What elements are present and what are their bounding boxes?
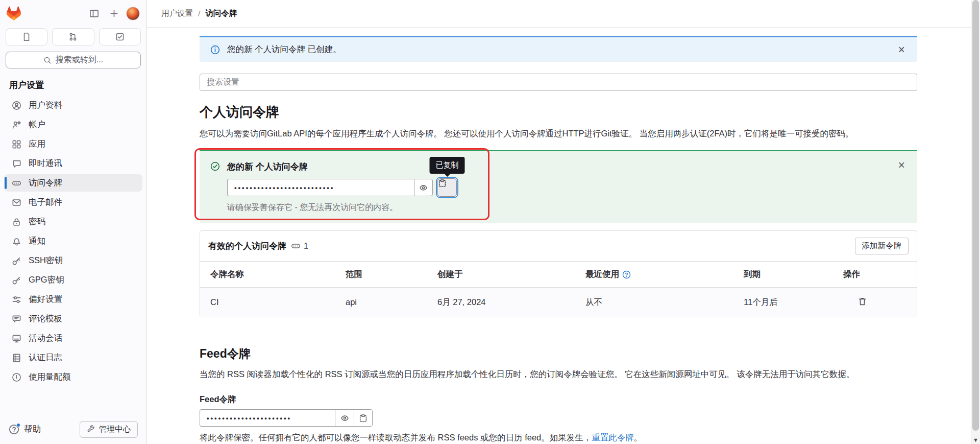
- mail-icon: [12, 198, 21, 207]
- content: 您的新 个人访问令牌 已创建。 × 个人访问令牌 您可以为需要访问GitLab …: [200, 36, 917, 443]
- add-new-token-button[interactable]: 添加新令牌: [855, 238, 909, 254]
- breadcrumb: 用户设置 / 访问令牌: [147, 0, 971, 28]
- new-token-body: 您的新 个人访问令牌 已复制 请确保妥善保存它 - 您无法再次访问它的内容: [227, 160, 457, 213]
- merge-requests-shortcut-button[interactable]: [52, 28, 94, 45]
- sidebar-item-gpg-keys[interactable]: GPG密钥: [4, 271, 142, 289]
- success-alert-close-button[interactable]: ×: [898, 160, 905, 170]
- scrollbar-thumb[interactable]: [972, 0, 979, 431]
- toggle-sidebar-button[interactable]: [86, 6, 102, 21]
- token-scopes-cell: api: [346, 297, 437, 307]
- page-title: 个人访问令牌: [200, 103, 917, 121]
- token-icon: [12, 178, 21, 188]
- sidebar-item-label: 即时通讯: [29, 158, 62, 169]
- sidebar-item-label: 帐户: [29, 119, 45, 130]
- check-square-icon: [115, 32, 125, 41]
- sidebar-item-access-tokens[interactable]: 访问令牌: [4, 174, 142, 192]
- breadcrumb-user-settings[interactable]: 用户设置: [161, 8, 193, 19]
- sidebar-item-applications[interactable]: 应用: [4, 135, 142, 153]
- page-scrollbar[interactable]: ▼: [971, 0, 980, 444]
- sidebar-item-label: 应用: [29, 138, 45, 150]
- feed-token-hint: 将此令牌保密。任何拥有它的人都可以像您一样读取动态并发布 RSS feeds 或…: [200, 432, 917, 443]
- new-token-label: 您的新 个人访问令牌: [227, 160, 457, 173]
- user-avatar[interactable]: [126, 7, 140, 20]
- search-or-go-to[interactable]: 搜索或转到...: [6, 52, 141, 68]
- breadcrumb-access-tokens: 访问令牌: [205, 8, 237, 19]
- sidebar-item-chat[interactable]: 即时通讯: [4, 155, 142, 172]
- settings-search-input[interactable]: [200, 74, 917, 91]
- sidebar: 搜索或转到... 用户设置 用户资料 帐户 应用 即时通讯 访问令牌: [0, 0, 147, 444]
- gitlab-logo: [7, 6, 21, 20]
- chat-icon: [12, 159, 21, 169]
- key-icon: [12, 256, 21, 266]
- feed-token-value-input[interactable]: [200, 409, 335, 427]
- merge-request-icon: [68, 32, 78, 41]
- col-action: 操作: [843, 262, 906, 287]
- todo-shortcut-button[interactable]: [99, 28, 141, 45]
- new-token-value-input[interactable]: [227, 179, 414, 196]
- help-label: 帮助: [24, 424, 41, 435]
- sidebar-item-label: 偏好设置: [29, 294, 62, 305]
- help-button[interactable]: 帮助: [9, 424, 41, 435]
- scrollbar-down-arrow[interactable]: ▼: [971, 437, 980, 443]
- copied-tooltip: 已复制: [430, 157, 465, 174]
- plus-icon: [109, 9, 119, 18]
- feed-token-label: Feed令牌: [200, 394, 917, 405]
- active-tokens-count: 1: [291, 241, 308, 251]
- token-name-cell: CI: [210, 297, 346, 307]
- sidebar-shortcuts: [0, 27, 146, 45]
- sidebar-item-password[interactable]: 密码: [4, 213, 142, 230]
- info-alert-message: 您的新 个人访问令牌 已创建。: [227, 44, 341, 55]
- sidebar-item-label: 通知: [29, 236, 45, 247]
- sidebar-item-emails[interactable]: 电子邮件: [4, 194, 142, 211]
- sidebar-item-active-sessions[interactable]: 活动会话: [4, 330, 142, 347]
- sidebar-item-account[interactable]: 帐户: [4, 116, 142, 133]
- monitor-icon: [12, 334, 21, 343]
- sidebar-item-usage-quotas[interactable]: 使用量配额: [4, 368, 142, 386]
- revoke-token-trash-icon[interactable]: [857, 296, 867, 306]
- reveal-token-button[interactable]: [414, 179, 433, 196]
- eye-icon: [340, 414, 349, 423]
- admin-area-button[interactable]: 管理中心: [80, 421, 138, 438]
- col-expires: 到期: [744, 262, 843, 287]
- issues-shortcut-button[interactable]: [6, 28, 47, 45]
- wrench-icon: [87, 425, 95, 433]
- help-icon-wrap: [9, 424, 19, 435]
- sidebar-item-ssh-keys[interactable]: SSH密钥: [4, 252, 142, 269]
- help-question-icon[interactable]: [622, 270, 631, 279]
- active-tokens-title: 有效的个人访问令牌: [208, 240, 286, 252]
- sidebar-item-notifications[interactable]: 通知: [4, 232, 142, 250]
- main-area: 用户设置 / 访问令牌 您的新 个人访问令牌 已创建。 × 个人访问令牌 您可以…: [147, 0, 971, 444]
- applications-grid-icon: [12, 139, 21, 149]
- panel-toggle-icon: [89, 9, 99, 18]
- feed-token-title: Feed令牌: [200, 346, 917, 362]
- sidebar-item-authentication-log[interactable]: 认证日志: [4, 349, 142, 366]
- col-last-used: 最近使用: [585, 262, 744, 287]
- notification-dot: [16, 423, 20, 427]
- copy-token-button[interactable]: 已复制: [437, 178, 457, 197]
- search-placeholder: 搜索或转到...: [56, 55, 103, 65]
- sidebar-item-comment-templates[interactable]: 评论模板: [4, 310, 142, 328]
- comment-template-icon: [12, 314, 21, 324]
- reveal-feed-token-button[interactable]: [335, 409, 354, 427]
- sidebar-section-label: 用户设置: [0, 68, 146, 97]
- info-alert-close-button[interactable]: ×: [898, 44, 905, 55]
- sidebar-item-label: 使用量配额: [29, 371, 71, 383]
- col-scopes: 范围: [346, 262, 437, 287]
- feed-token-description: 当您的 RSS 阅读器加载个性化的 RSS 订阅源或当您的日历应用程序加载个性化…: [200, 369, 917, 380]
- log-icon: [12, 353, 21, 363]
- token-created-cell: 6月 27, 2024: [437, 297, 585, 308]
- sidebar-item-label: 评论模板: [29, 313, 62, 324]
- sidebar-item-profile[interactable]: 用户资料: [4, 97, 142, 114]
- active-tokens-card: 有效的个人访问令牌 1 添加新令牌 令牌名称 范围 创建于 最近使用: [200, 230, 917, 317]
- create-new-button[interactable]: [106, 6, 121, 21]
- new-token-hint: 请确保妥善保存它 - 您无法再次访问它的内容。: [227, 202, 457, 213]
- token-created-info-alert: 您的新 个人访问令牌 已创建。 ×: [200, 36, 917, 62]
- active-tokens-count-value: 1: [304, 241, 308, 251]
- sidebar-item-label: GPG密钥: [29, 274, 64, 286]
- copy-feed-token-button[interactable]: [354, 409, 373, 427]
- new-token-success-alert: 您的新 个人访问令牌 已复制 请确保妥善保存它 - 您无法再次访问它的内容: [200, 150, 917, 223]
- active-tokens-card-header: 有效的个人访问令牌 1 添加新令牌: [200, 231, 917, 261]
- sidebar-item-preferences[interactable]: 偏好设置: [4, 291, 142, 308]
- reset-feed-token-link[interactable]: 重置此令牌: [592, 433, 634, 442]
- key-icon: [12, 275, 21, 285]
